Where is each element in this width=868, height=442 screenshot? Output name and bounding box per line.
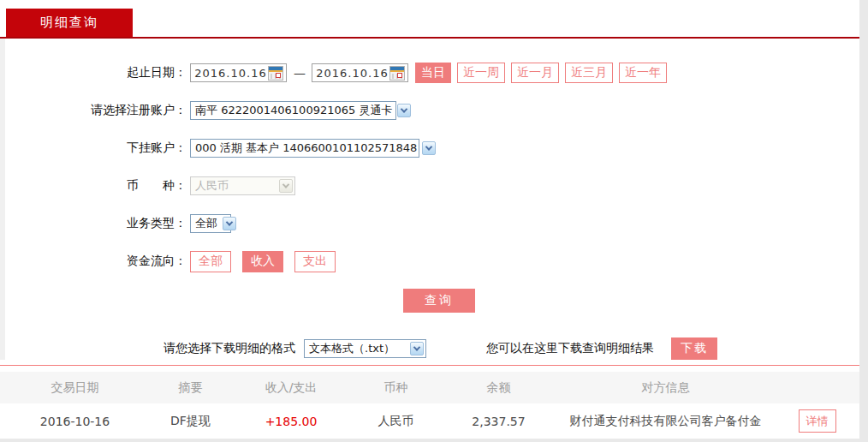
header-balance: 余额	[441, 380, 556, 396]
fund-flow-row: 资金流向： 全部 收入 支出	[5, 251, 859, 272]
quick-range-label: 当日	[421, 65, 445, 81]
business-type-row: 业务类型： 全部	[5, 213, 859, 234]
table-row: 2016-10-16 DF提现 +185.00 人民币 2,337.57 财付通…	[0, 403, 859, 439]
download-format-value: 文本格式（.txt）	[309, 341, 405, 356]
fund-flow-option-label: 收入	[251, 254, 275, 269]
cell-counterparty: 财付通支付科技有限公司客户备付金	[556, 414, 775, 429]
cell-currency: 人民币	[351, 414, 441, 429]
detail-button[interactable]: 详情	[799, 409, 836, 433]
start-date-input[interactable]: 2016.10.16	[190, 63, 287, 82]
date-range-label: 起止日期：	[5, 65, 187, 81]
cell-amount: +185.00	[231, 415, 351, 428]
sub-account-value: 000 活期 基本户 1406600101102571848	[195, 140, 417, 156]
tab-detail-query[interactable]: 明细查询	[6, 9, 133, 37]
chevron-down-icon[interactable]	[422, 141, 436, 155]
quick-range-week-button[interactable]: 近一周	[457, 63, 505, 83]
tab-bar: 明细查询	[0, 0, 859, 39]
currency-value: 人民币	[195, 178, 274, 194]
fund-flow-option-label: 全部	[199, 254, 223, 269]
sub-account-select[interactable]: 000 活期 基本户 1406600101102571848	[190, 139, 419, 158]
sub-account-row: 下挂账户： 000 活期 基本户 1406600101102571848	[5, 138, 859, 158]
register-account-row: 请选择注册账户： 南平 6222001406100921065 灵通卡	[5, 100, 859, 121]
register-account-label: 请选择注册账户：	[5, 103, 187, 118]
quick-range-month-button[interactable]: 近一月	[511, 63, 559, 83]
quick-range-year-button[interactable]: 近一年	[619, 63, 667, 83]
quick-range-label: 近一月	[517, 65, 553, 81]
header-summary: 摘要	[150, 380, 231, 396]
quick-range-label: 近一年	[625, 65, 661, 81]
date-separator: —	[294, 66, 306, 80]
chevron-down-icon[interactable]	[223, 217, 236, 230]
business-type-select[interactable]: 全部	[190, 214, 231, 233]
download-hint: 您可以在这里下载查询明细结果	[486, 341, 654, 356]
query-form: 起止日期： 2016.10.16 — 2016.10.16 当日 近一周 近一月…	[0, 39, 859, 360]
header-trade-date: 交易日期	[0, 380, 150, 396]
fund-flow-expense-button[interactable]: 支出	[294, 251, 336, 272]
query-button[interactable]: 查询	[403, 289, 475, 313]
download-row: 请您选择下载明细的格式 文本格式（.txt） 您可以在这里下载查询明细结果 下载	[5, 337, 859, 360]
download-button[interactable]: 下载	[671, 337, 717, 360]
header-counterparty: 对方信息	[556, 380, 775, 396]
download-format-select[interactable]: 文本格式（.txt）	[304, 339, 426, 358]
chevron-down-icon	[279, 179, 293, 193]
detail-query-page: 明细查询 起止日期： 2016.10.16 — 2016.10.16 当日 近一…	[0, 0, 868, 442]
tab-label: 明细查询	[40, 15, 98, 31]
cell-summary: DF提现	[150, 414, 231, 429]
fund-flow-label: 资金流向：	[5, 254, 187, 269]
cell-balance: 2,337.57	[441, 415, 556, 428]
header-income-expense: 收入/支出	[231, 380, 351, 396]
business-type-label: 业务类型：	[5, 216, 187, 231]
date-range-row: 起止日期： 2016.10.16 — 2016.10.16 当日 近一周 近一月…	[5, 63, 859, 83]
cell-action: 详情	[775, 409, 859, 433]
calendar-icon[interactable]	[389, 66, 405, 81]
content-panel: 明细查询 起止日期： 2016.10.16 — 2016.10.16 当日 近一…	[0, 0, 859, 437]
currency-row: 币 种： 人民币	[5, 176, 859, 196]
table-header-row: 交易日期 摘要 收入/支出 币种 余额 对方信息	[0, 372, 859, 403]
download-format-label: 请您选择下载明细的格式	[163, 341, 295, 356]
sub-account-label: 下挂账户：	[5, 140, 187, 156]
end-date-value: 2016.10.16	[315, 67, 389, 80]
quick-range-today-button[interactable]: 当日	[415, 63, 451, 83]
end-date-input[interactable]: 2016.10.16	[312, 63, 408, 82]
quick-range-label: 近三月	[571, 65, 607, 81]
fund-flow-all-button[interactable]: 全部	[190, 251, 231, 272]
chevron-down-icon[interactable]	[410, 342, 424, 355]
currency-label: 币 种：	[5, 178, 187, 194]
chevron-down-icon[interactable]	[397, 104, 411, 117]
business-type-value: 全部	[195, 216, 217, 231]
calendar-icon[interactable]	[268, 66, 283, 81]
header-currency: 币种	[351, 380, 441, 396]
register-account-select[interactable]: 南平 6222001406100921065 灵通卡	[190, 101, 396, 120]
fund-flow-income-button[interactable]: 收入	[242, 251, 283, 272]
cell-trade-date: 2016-10-16	[0, 415, 150, 428]
quick-range-quarter-button[interactable]: 近三月	[565, 63, 613, 83]
fund-flow-option-label: 支出	[303, 254, 327, 269]
currency-select: 人民币	[190, 176, 295, 195]
table-top-divider	[0, 365, 859, 366]
start-date-value: 2016.10.16	[193, 67, 268, 80]
quick-range-label: 近一周	[463, 65, 499, 81]
register-account-value: 南平 6222001406100921065 灵通卡	[195, 103, 392, 118]
